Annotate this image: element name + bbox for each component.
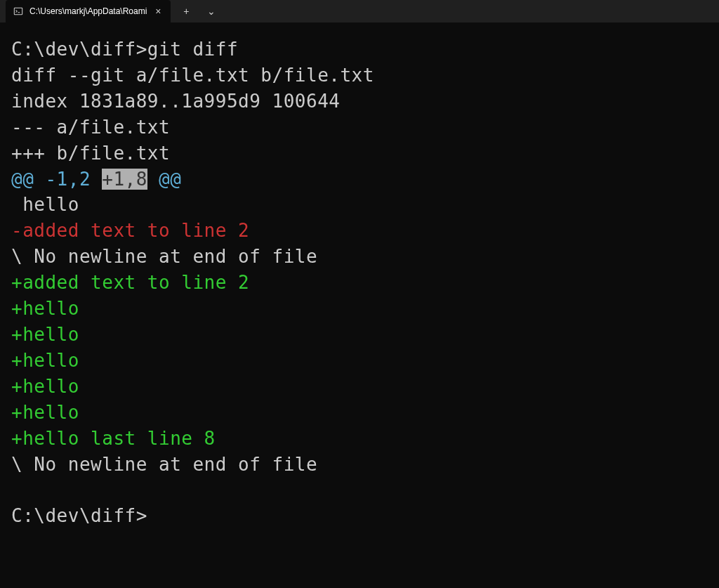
terminal-segment: diff --git a/file.txt b/file.txt [11, 65, 374, 86]
new-tab-button[interactable]: + [173, 0, 199, 22]
terminal-line: C:\dev\diff>git diff [11, 37, 708, 63]
terminal-line: hello [11, 192, 708, 218]
terminal-segment: C:\dev\diff> [11, 505, 147, 526]
terminal-segment: @@ -1,2 [11, 169, 102, 190]
terminal-line: index 1831a89..1a995d9 100644 [11, 89, 708, 115]
terminal-line: @@ -1,2 +1,8 @@ [11, 166, 708, 192]
terminal-line: +hello [11, 296, 708, 322]
terminal-line: diff --git a/file.txt b/file.txt [11, 63, 708, 89]
terminal-segment: +++ b/file.txt [11, 143, 170, 164]
close-icon[interactable]: × [152, 6, 164, 17]
terminal-icon [13, 6, 24, 17]
terminal-line: \ No newline at end of file [11, 244, 708, 270]
terminal-segment: +hello last line 8 [11, 428, 216, 449]
terminal-line: +hello [11, 400, 708, 426]
terminal-line: +added text to line 2 [11, 270, 708, 296]
terminal-segment: +hello [11, 324, 79, 345]
terminal-line: --- a/file.txt [11, 115, 708, 141]
terminal-line: -added text to line 2 [11, 218, 708, 244]
svg-rect-0 [14, 8, 22, 15]
terminal-line: +hello last line 8 [11, 426, 708, 452]
terminal-line: \ No newline at end of file [11, 452, 708, 478]
terminal-line [11, 477, 708, 503]
terminal-segment: \ No newline at end of file [11, 454, 317, 475]
terminal-segment: \ No newline at end of file [11, 246, 317, 267]
titlebar: C:\Users\markj\AppData\Roami × + ⌄ [0, 0, 719, 22]
terminal-segment: +hello [11, 350, 79, 371]
terminal-line: +hello [11, 322, 708, 348]
terminal-segment: @@ [147, 169, 181, 190]
terminal-segment: --- a/file.txt [11, 117, 170, 138]
dropdown-button[interactable]: ⌄ [199, 0, 224, 22]
tab-title: C:\Users\markj\AppData\Roami [29, 6, 147, 16]
terminal-segment: +hello [11, 376, 79, 397]
terminal-segment: +added text to line 2 [11, 272, 249, 293]
terminal-segment: +1,8 [102, 169, 147, 190]
terminal-segment: -added text to line 2 [11, 220, 249, 241]
terminal-segment: hello [11, 194, 79, 215]
terminal-line: +hello [11, 348, 708, 374]
terminal-line: +hello [11, 374, 708, 400]
terminal-segment: +hello [11, 402, 79, 423]
terminal-segment: C:\dev\diff>git diff [11, 39, 238, 60]
terminal-segment: index 1831a89..1a995d9 100644 [11, 91, 340, 112]
terminal-segment: +hello [11, 298, 79, 319]
terminal-output[interactable]: C:\dev\diff>git diffdiff --git a/file.tx… [0, 22, 719, 543]
terminal-line: C:\dev\diff> [11, 503, 708, 529]
terminal-line: +++ b/file.txt [11, 141, 708, 166]
titlebar-actions: + ⌄ [173, 0, 224, 22]
terminal-tab[interactable]: C:\Users\markj\AppData\Roami × [6, 0, 171, 22]
